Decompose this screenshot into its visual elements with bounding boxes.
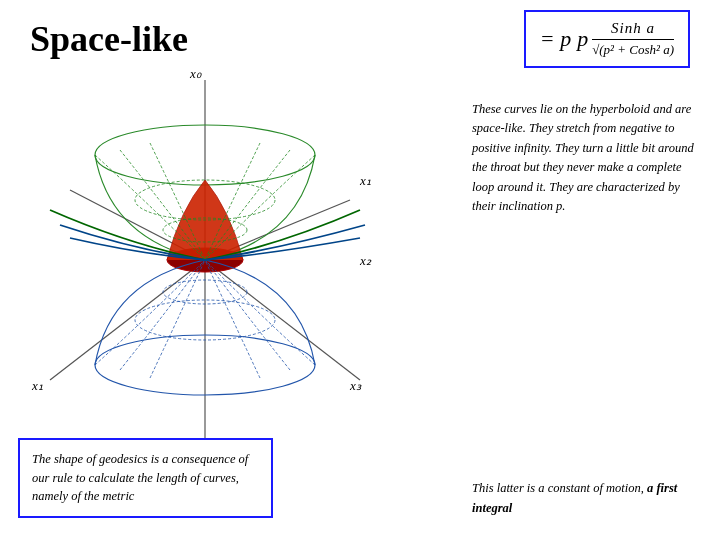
bottom-right-prefix: This latter is a constant of motion, (472, 481, 644, 495)
page-title: Space-like (30, 18, 188, 60)
svg-line-2 (205, 260, 360, 380)
svg-text:x₂: x₂ (359, 253, 372, 268)
formula-lhs: = p (540, 26, 571, 52)
svg-text:x₀: x₀ (189, 70, 202, 81)
bottom-left-description: The shape of geodesics is a consequence … (18, 438, 273, 518)
hyperboloid-diagram: x₀ x₁ x₃ x₁ x₂ (20, 70, 390, 450)
svg-text:x₁: x₁ (359, 173, 371, 188)
formula-numerator: Sinh a (611, 20, 655, 37)
formula-denominator: √(p² + Cosh² a) (592, 42, 674, 58)
fraction-line (592, 39, 674, 40)
right-description: These curves lie on the hyperboloid and … (472, 100, 702, 216)
svg-text:x₃: x₃ (349, 378, 362, 393)
formula-fraction: Sinh a √(p² + Cosh² a) (592, 20, 674, 58)
svg-line-1 (50, 260, 205, 380)
formula-box: = p p Sinh a √(p² + Cosh² a) (524, 10, 690, 68)
svg-text:x₁: x₁ (31, 378, 43, 393)
bottom-right-description: This latter is a constant of motion, a f… (472, 479, 702, 518)
